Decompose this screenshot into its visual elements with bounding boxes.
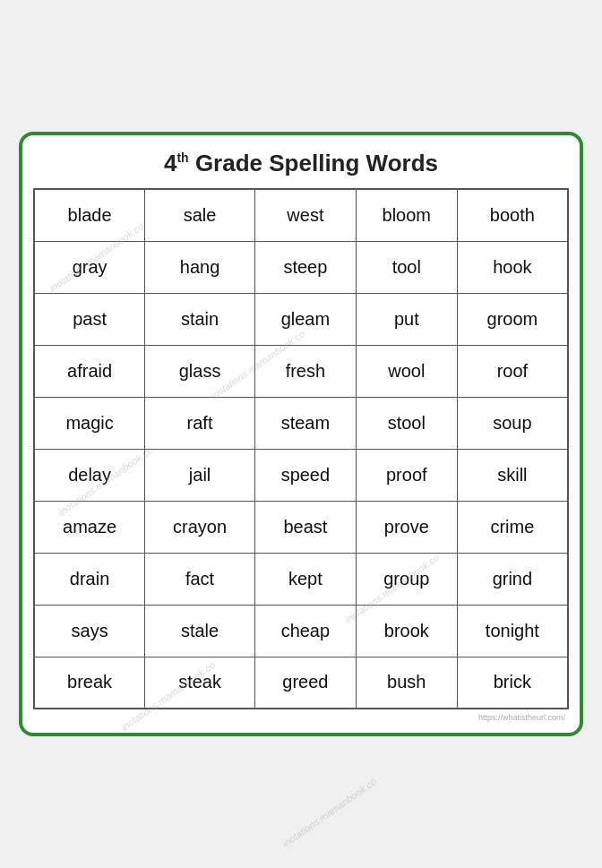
table-row: delayjailspeedproofskill <box>34 449 568 501</box>
cell-r7-c2: kept <box>254 553 356 605</box>
cell-r1-c1: hang <box>145 241 255 293</box>
cell-r5-c4: skill <box>457 449 568 501</box>
cell-r9-c2: greed <box>254 657 356 709</box>
cell-r4-c2: steam <box>254 397 356 449</box>
cell-r4-c3: stool <box>356 397 457 449</box>
table-row: grayhangsteeptoolhook <box>34 241 568 293</box>
table-row: saysstalecheapbrooktonight <box>34 605 568 657</box>
cell-r5-c3: proof <box>356 449 457 501</box>
watermark-6: inotations.mamanbook.co <box>280 776 379 849</box>
grade-suffix: th <box>176 150 188 165</box>
cell-r7-c3: group <box>356 553 457 605</box>
cell-r4-c1: raft <box>145 397 255 449</box>
table-row: amazecrayonbeastprovecrime <box>34 501 568 553</box>
table-row: magicraftsteamstoolsoup <box>34 397 568 449</box>
cell-r3-c3: wool <box>356 345 457 397</box>
cell-r3-c1: glass <box>145 345 255 397</box>
cell-r2-c3: put <box>356 293 457 345</box>
cell-r1-c3: tool <box>356 241 457 293</box>
cell-r8-c4: tonight <box>457 605 568 657</box>
cell-r6-c0: amaze <box>34 501 145 553</box>
page-title: 4th Grade Spelling Words <box>33 150 569 177</box>
cell-r8-c0: says <box>34 605 145 657</box>
table-row: bladesalewestbloombooth <box>34 189 568 241</box>
cell-r6-c4: crime <box>457 501 568 553</box>
cell-r5-c0: delay <box>34 449 145 501</box>
cell-r0-c2: west <box>254 189 356 241</box>
cell-r3-c4: roof <box>457 345 568 397</box>
cell-r0-c1: sale <box>145 189 255 241</box>
cell-r8-c3: brook <box>356 605 457 657</box>
cell-r3-c2: fresh <box>254 345 356 397</box>
cell-r4-c0: magic <box>34 397 145 449</box>
cell-r0-c4: booth <box>457 189 568 241</box>
cell-r7-c0: drain <box>34 553 145 605</box>
cell-r1-c0: gray <box>34 241 145 293</box>
cell-r1-c2: steep <box>254 241 356 293</box>
cell-r2-c0: past <box>34 293 145 345</box>
cell-r6-c2: beast <box>254 501 356 553</box>
cell-r2-c1: stain <box>145 293 255 345</box>
cell-r9-c4: brick <box>457 657 568 709</box>
table-row: paststaingleamputgroom <box>34 293 568 345</box>
url-label: https://whatistheurl.com/ <box>33 713 569 722</box>
table-row: drainfactkeptgroupgrind <box>34 553 568 605</box>
cell-r8-c1: stale <box>145 605 255 657</box>
cell-r1-c4: hook <box>457 241 568 293</box>
cell-r0-c0: blade <box>34 189 145 241</box>
table-row: afraidglassfreshwoolroof <box>34 345 568 397</box>
grade-number: 4 <box>164 150 176 176</box>
cell-r4-c4: soup <box>457 397 568 449</box>
cell-r5-c1: jail <box>145 449 255 501</box>
cell-r2-c2: gleam <box>254 293 356 345</box>
cell-r9-c1: steak <box>145 657 255 709</box>
cell-r5-c2: speed <box>254 449 356 501</box>
cell-r2-c4: groom <box>457 293 568 345</box>
spelling-card: 4th Grade Spelling Words inotations.mama… <box>19 132 583 736</box>
spelling-table: bladesalewestbloomboothgrayhangsteeptool… <box>33 188 569 709</box>
cell-r6-c1: crayon <box>145 501 255 553</box>
cell-r3-c0: afraid <box>34 345 145 397</box>
cell-r9-c0: break <box>34 657 145 709</box>
cell-r8-c2: cheap <box>254 605 356 657</box>
cell-r7-c4: grind <box>457 553 568 605</box>
table-row: breaksteakgreedbushbrick <box>34 657 568 709</box>
cell-r7-c1: fact <box>145 553 255 605</box>
cell-r6-c3: prove <box>356 501 457 553</box>
title-text: Grade Spelling Words <box>189 150 438 176</box>
cell-r9-c3: bush <box>356 657 457 709</box>
cell-r0-c3: bloom <box>356 189 457 241</box>
